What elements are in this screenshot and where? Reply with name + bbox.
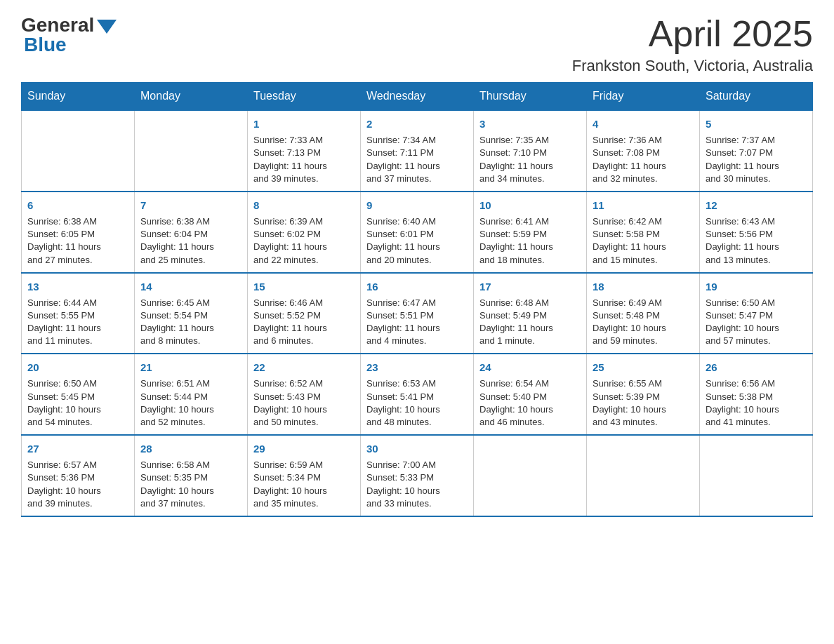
- day-info-line: Sunrise: 6:49 AM: [593, 297, 662, 308]
- day-info-line: Daylight: 11 hours: [366, 241, 440, 252]
- day-info-line: Daylight: 10 hours: [27, 485, 101, 496]
- logo-arrow-icon: [97, 20, 117, 34]
- calendar-cell: 1Sunrise: 7:33 AMSunset: 7:13 PMDaylight…: [248, 110, 361, 192]
- day-info-line: Sunset: 6:04 PM: [140, 229, 208, 239]
- day-info-line: Sunset: 5:41 PM: [366, 391, 434, 402]
- day-info-line: and 32 minutes.: [593, 173, 658, 184]
- day-info-line: Daylight: 10 hours: [140, 485, 214, 496]
- day-info-line: Sunset: 7:07 PM: [706, 147, 773, 158]
- day-info-line: and 37 minutes.: [366, 173, 432, 184]
- day-info-line: Sunset: 5:59 PM: [479, 229, 547, 239]
- day-info-line: Sunrise: 6:50 AM: [706, 297, 775, 308]
- calendar-cell: [587, 435, 700, 516]
- day-info-line: and 57 minutes.: [706, 335, 771, 346]
- day-number: 24: [479, 360, 581, 375]
- day-info-line: and 22 minutes.: [253, 255, 319, 265]
- day-info-line: Daylight: 11 hours: [140, 241, 214, 252]
- day-number: 21: [140, 360, 241, 375]
- day-info-line: Sunset: 5:40 PM: [479, 391, 547, 402]
- calendar-week-row: 20Sunrise: 6:50 AMSunset: 5:45 PMDayligh…: [22, 354, 813, 435]
- day-info-line: Daylight: 10 hours: [27, 404, 101, 415]
- day-of-week-header: Thursday: [474, 83, 587, 111]
- day-info-line: and 1 minute.: [479, 335, 535, 346]
- day-number: 4: [593, 116, 694, 131]
- day-info-line: Sunset: 5:35 PM: [140, 472, 208, 483]
- day-info-line: Daylight: 11 hours: [479, 241, 553, 252]
- day-info-line: Daylight: 11 hours: [140, 323, 214, 333]
- day-info-line: Sunrise: 7:33 AM: [253, 135, 323, 145]
- day-info-line: Sunset: 5:51 PM: [366, 310, 434, 321]
- day-number: 18: [593, 279, 694, 294]
- day-info-line: Daylight: 11 hours: [593, 241, 666, 252]
- logo-blue-text: Blue: [21, 34, 67, 56]
- day-info-line: Daylight: 11 hours: [366, 323, 440, 333]
- day-info-line: Daylight: 11 hours: [706, 241, 779, 252]
- day-info-line: Sunrise: 6:54 AM: [479, 378, 549, 389]
- day-info-line: Daylight: 10 hours: [140, 404, 214, 415]
- day-info-line: Sunrise: 6:42 AM: [593, 216, 662, 227]
- day-info-line: Sunset: 5:55 PM: [27, 310, 95, 321]
- day-number: 27: [27, 441, 128, 456]
- calendar-cell: 6Sunrise: 6:38 AMSunset: 6:05 PMDaylight…: [22, 192, 135, 273]
- day-info-line: Daylight: 10 hours: [479, 404, 553, 415]
- day-info-line: Sunrise: 6:40 AM: [366, 216, 436, 227]
- calendar-cell: 9Sunrise: 6:40 AMSunset: 6:01 PMDaylight…: [361, 192, 474, 273]
- day-number: 2: [366, 116, 468, 131]
- calendar-cell: 3Sunrise: 7:35 AMSunset: 7:10 PMDaylight…: [474, 110, 587, 192]
- day-info-line: and 18 minutes.: [479, 255, 545, 265]
- calendar-cell: 23Sunrise: 6:53 AMSunset: 5:41 PMDayligh…: [361, 354, 474, 435]
- day-info-line: Sunset: 5:47 PM: [706, 310, 773, 321]
- calendar-cell: 22Sunrise: 6:52 AMSunset: 5:43 PMDayligh…: [248, 354, 361, 435]
- day-info-line: Sunrise: 6:38 AM: [140, 216, 210, 227]
- day-info-line: and 30 minutes.: [706, 173, 771, 184]
- day-info-line: Sunset: 5:36 PM: [27, 472, 95, 483]
- day-info-line: Daylight: 11 hours: [593, 161, 666, 171]
- day-number: 11: [593, 198, 694, 213]
- calendar-week-row: 13Sunrise: 6:44 AMSunset: 5:55 PMDayligh…: [22, 273, 813, 354]
- day-info-line: Sunset: 6:01 PM: [366, 229, 434, 239]
- day-info-line: Sunrise: 7:36 AM: [593, 135, 662, 145]
- day-info-line: Sunset: 5:49 PM: [479, 310, 547, 321]
- calendar-cell: [22, 110, 135, 192]
- calendar-cell: 20Sunrise: 6:50 AMSunset: 5:45 PMDayligh…: [22, 354, 135, 435]
- day-info-line: Daylight: 11 hours: [253, 241, 327, 252]
- day-info-line: Daylight: 10 hours: [706, 404, 779, 415]
- day-info-line: and 39 minutes.: [253, 173, 319, 184]
- calendar-cell: 28Sunrise: 6:58 AMSunset: 5:35 PMDayligh…: [135, 435, 248, 516]
- day-number: 5: [706, 116, 807, 131]
- day-info-line: and 37 minutes.: [140, 498, 206, 509]
- day-info-line: and 11 minutes.: [27, 335, 93, 346]
- day-info-line: Sunrise: 6:45 AM: [140, 297, 210, 308]
- day-info-line: Sunset: 5:38 PM: [706, 391, 773, 402]
- calendar-cell: 18Sunrise: 6:49 AMSunset: 5:48 PMDayligh…: [587, 273, 700, 354]
- day-info-line: Sunset: 6:05 PM: [27, 229, 95, 239]
- day-number: 7: [140, 198, 241, 213]
- calendar-cell: 30Sunrise: 7:00 AMSunset: 5:33 PMDayligh…: [361, 435, 474, 516]
- day-number: 20: [27, 360, 128, 375]
- calendar-cell: 16Sunrise: 6:47 AMSunset: 5:51 PMDayligh…: [361, 273, 474, 354]
- day-number: 14: [140, 279, 241, 294]
- day-info-line: Daylight: 10 hours: [253, 404, 327, 415]
- location-title: Frankston South, Victoria, Australia: [572, 57, 813, 75]
- day-number: 28: [140, 441, 241, 456]
- day-info-line: and 25 minutes.: [140, 255, 206, 265]
- day-info-line: Sunset: 5:34 PM: [253, 472, 321, 483]
- calendar-cell: 11Sunrise: 6:42 AMSunset: 5:58 PMDayligh…: [587, 192, 700, 273]
- day-info-line: Sunrise: 6:52 AM: [253, 378, 323, 389]
- day-info-line: Sunset: 5:52 PM: [253, 310, 321, 321]
- day-info-line: Sunrise: 6:56 AM: [706, 378, 775, 389]
- calendar-cell: 24Sunrise: 6:54 AMSunset: 5:40 PMDayligh…: [474, 354, 587, 435]
- day-number: 26: [706, 360, 807, 375]
- day-info-line: Sunrise: 7:00 AM: [366, 459, 436, 470]
- day-info-line: Sunset: 6:02 PM: [253, 229, 321, 239]
- day-info-line: Sunset: 7:11 PM: [366, 147, 434, 158]
- calendar-cell: 4Sunrise: 7:36 AMSunset: 7:08 PMDaylight…: [587, 110, 700, 192]
- day-number: 12: [706, 198, 807, 213]
- day-info-line: Sunset: 5:56 PM: [706, 229, 773, 239]
- day-info-line: and 39 minutes.: [27, 498, 93, 509]
- calendar-cell: 19Sunrise: 6:50 AMSunset: 5:47 PMDayligh…: [700, 273, 813, 354]
- calendar-cell: 26Sunrise: 6:56 AMSunset: 5:38 PMDayligh…: [700, 354, 813, 435]
- day-info-line: and 15 minutes.: [593, 255, 658, 265]
- day-number: 15: [253, 279, 355, 294]
- day-info-line: and 50 minutes.: [253, 417, 319, 427]
